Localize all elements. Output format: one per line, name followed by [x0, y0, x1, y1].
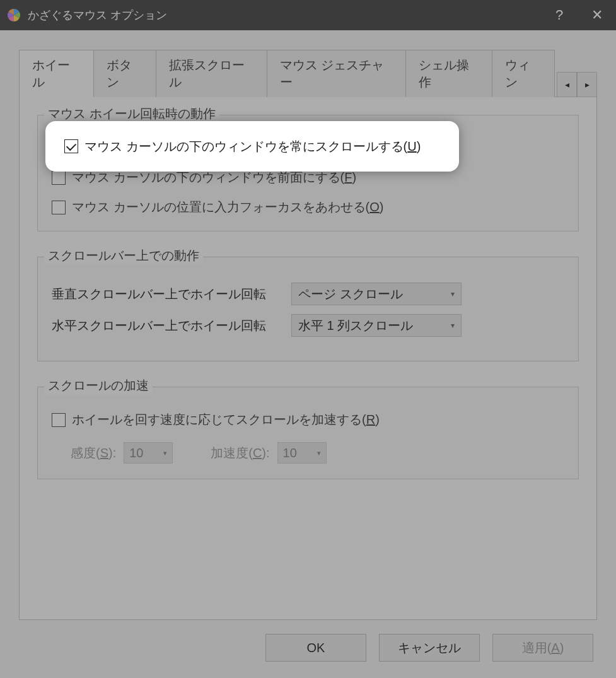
window-title: かざぐるマウス オプション [28, 8, 167, 23]
label-text: ) [375, 412, 380, 426]
dropdown-value: ページ スクロール [298, 286, 403, 303]
checkbox-icon [52, 171, 66, 185]
sensitivity-dropdown: 10▾ [124, 442, 173, 464]
tab-button[interactable]: ボタン [93, 50, 156, 97]
tab-gesture[interactable]: マウス ジェスチャー [267, 50, 406, 97]
accel-key: S [100, 446, 108, 460]
acceleration-dropdown: 10▾ [277, 442, 327, 464]
tab-label: マウス ジェスチャー [280, 58, 385, 89]
label-text: ホイールを回す速度に応じてスクロールを加速する( [72, 412, 366, 426]
group-legend: スクロールバー上での動作 [44, 247, 203, 264]
label-text: ) [560, 641, 564, 655]
tab-shell[interactable]: シェル操作 [405, 50, 492, 97]
close-button[interactable]: ✕ [578, 0, 616, 30]
app-icon [6, 8, 21, 23]
chevron-right-icon: ▸ [585, 79, 590, 90]
checkbox-label: ホイールを回す速度に応じてスクロールを加速する(R) [72, 411, 380, 428]
chevron-down-icon: ▾ [317, 449, 321, 457]
group-legend: スクロールの加速 [44, 377, 153, 394]
cancel-button[interactable]: キャンセル [379, 634, 480, 662]
button-label: キャンセル [398, 640, 461, 657]
apply-button[interactable]: 適用(A) [492, 634, 593, 662]
group-legend: マウス ホイール回転時の動作 [44, 105, 219, 122]
chevron-left-icon: ◂ [565, 79, 569, 90]
chevron-down-icon: ▾ [451, 289, 455, 298]
label-text: マウス カーソルの下のウィンドウを常にスクロールする( [84, 139, 407, 153]
tabpage-wheel: マウス ホイール回転時の動作 マウス カーソルの下のウィンドウを常にスクロールす… [19, 96, 597, 620]
row-vertical-scrollbar: 垂直スクロールバー上でホイール回転 ページ スクロール ▾ [52, 283, 564, 305]
form-label: 水平スクロールバー上でホイール回転 [52, 317, 291, 334]
button-label: OK [307, 641, 325, 655]
highlight-callout: マウス カーソルの下のウィンドウを常にスクロールする(U) [45, 121, 459, 172]
chevron-down-icon: ▾ [163, 449, 167, 457]
tab-label: シェル操作 [419, 58, 469, 89]
button-label: 適用(A) [522, 640, 564, 657]
tab-label: ウィン [505, 58, 530, 89]
checkbox-icon [52, 201, 66, 214]
help-icon: ? [555, 7, 563, 23]
row-horizontal-scrollbar: 水平スクロールバー上でホイール回転 水平 1 列スクロール ▾ [52, 314, 564, 337]
dropdown-value: 10 [129, 446, 143, 460]
label-text: ) [352, 170, 356, 184]
acceleration-label: 加速度(C): [211, 445, 269, 462]
ok-button[interactable]: OK [265, 634, 366, 662]
dialog-footer: OK キャンセル 適用(A) [19, 620, 597, 665]
accel-key: A [551, 641, 559, 655]
checkbox-bring-to-front[interactable]: マウス カーソルの下のウィンドウを前面にする(F) [52, 169, 564, 186]
group-scrollbar-behavior: スクロールバー上での動作 垂直スクロールバー上でホイール回転 ページ スクロール… [37, 257, 579, 361]
label-text: ): [262, 446, 269, 460]
checkbox-label: マウス カーソルの下のウィンドウを前面にする(F) [72, 169, 356, 186]
titlebar: かざぐるマウス オプション ? ✕ [0, 0, 616, 30]
help-button[interactable]: ? [540, 0, 578, 30]
options-dialog: かざぐるマウス オプション ? ✕ ホイール ボタン 拡張スクロール マウス ジ… [0, 0, 616, 678]
checkbox-icon [52, 413, 66, 427]
accel-key: R [366, 412, 375, 426]
checkbox-accelerate-scroll[interactable]: ホイールを回す速度に応じてスクロールを加速する(R) [52, 411, 564, 428]
tab-wheel[interactable]: ホイール [19, 50, 94, 97]
accel-key: O [369, 200, 380, 214]
tab-scroll-buttons: ◂ ▸ [557, 71, 597, 96]
tab-label: ボタン [107, 58, 132, 89]
label-text: ) [380, 200, 384, 214]
dropdown-value: 10 [283, 446, 297, 460]
label-text: マウス カーソルの下のウィンドウを前面にする( [72, 170, 344, 184]
label-text: ): [108, 446, 116, 460]
sensitivity-label: 感度(S): [71, 445, 116, 462]
label-text: 適用( [522, 641, 552, 655]
accel-key: F [344, 170, 352, 184]
checkbox-icon [64, 139, 78, 153]
tab-window[interactable]: ウィン [492, 50, 555, 97]
label-text: ) [417, 139, 421, 153]
form-label: 垂直スクロールバー上でホイール回転 [52, 286, 291, 303]
accel-key: C [253, 446, 262, 460]
close-icon: ✕ [591, 7, 603, 23]
tab-scroll-right[interactable]: ▸ [577, 72, 597, 97]
dropdown-vertical-scroll[interactable]: ページ スクロール ▾ [291, 283, 462, 305]
chevron-down-icon: ▾ [451, 321, 455, 330]
tab-label: ホイール [32, 58, 70, 89]
label-text: マウス カーソルの位置に入力フォーカスをあわせる( [72, 200, 369, 214]
tab-ext-scroll[interactable]: 拡張スクロール [156, 50, 267, 97]
tab-label: 拡張スクロール [169, 58, 245, 89]
checkbox-label: マウス カーソルの位置に入力フォーカスをあわせる(O) [72, 199, 383, 216]
group-scroll-accel: スクロールの加速 ホイールを回す速度に応じてスクロールを加速する(R) 感度(S… [37, 387, 579, 479]
checkbox-focus-under-cursor[interactable]: マウス カーソルの位置に入力フォーカスをあわせる(O) [52, 199, 564, 216]
dropdown-horizontal-scroll[interactable]: 水平 1 列スクロール ▾ [291, 314, 462, 337]
label-text: 加速度( [211, 446, 253, 460]
tabstrip: ホイール ボタン 拡張スクロール マウス ジェスチャー シェル操作 ウィン ◂ … [19, 49, 597, 96]
accel-key: U [407, 139, 416, 153]
dropdown-value: 水平 1 列スクロール [298, 317, 413, 334]
accel-params: 感度(S): 10▾ 加速度(C): 10▾ [71, 442, 564, 464]
tab-scroll-left[interactable]: ◂ [557, 72, 577, 97]
checkbox-label: マウス カーソルの下のウィンドウを常にスクロールする(U) [84, 138, 421, 155]
label-text: 感度( [71, 446, 100, 460]
